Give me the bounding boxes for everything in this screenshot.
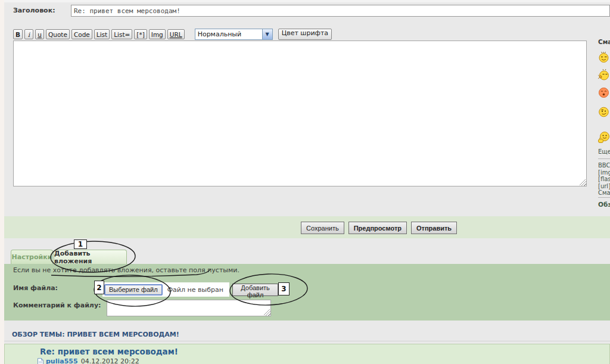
action-buttons: Сохранить Предпросмотр Отправить bbox=[301, 222, 457, 234]
tab-add-attachments[interactable]: Добавить вложения bbox=[54, 250, 127, 264]
bbcode-toolbar: B i u Quote Code List List= [*] Img URL … bbox=[13, 29, 332, 40]
post-title-link[interactable]: Re: привет всем мерсоводам! bbox=[40, 347, 178, 356]
preview-button[interactable]: Предпросмотр bbox=[348, 222, 407, 234]
subject-label: Заголовок: bbox=[13, 7, 55, 14]
topic-review-post: Re: привет всем мерсоводам! pulia555 04.… bbox=[4, 344, 610, 364]
sidebar-review-header: Обз bbox=[598, 201, 610, 208]
reply-editor-page: Заголовок: B i u Quote Code List List= [… bbox=[0, 0, 610, 364]
message-editor-textarea[interactable] bbox=[13, 41, 587, 186]
bbcode-help-line: [url] bbox=[598, 183, 610, 190]
top-edge-strip bbox=[0, 0, 610, 2]
kiss-smiley-icon[interactable] bbox=[598, 69, 609, 80]
annotation-step-3: 3 bbox=[278, 282, 290, 295]
sidebar-divider bbox=[598, 197, 610, 198]
smilies-more-link[interactable]: Еще bbox=[598, 148, 610, 155]
add-file-button[interactable]: Добавить файл bbox=[232, 284, 278, 296]
font-size-selected-value: Нормальный bbox=[195, 30, 262, 38]
file-comment-textarea[interactable] bbox=[107, 300, 271, 316]
attachments-hint: Если вы не хотите добавлять вложения, ос… bbox=[13, 266, 239, 274]
code-button[interactable]: Code bbox=[71, 29, 92, 39]
tab-settings[interactable]: Настройки bbox=[11, 250, 53, 264]
bbcode-help-line: Сма bbox=[598, 189, 610, 197]
choose-file-button[interactable]: Выберите файл bbox=[104, 284, 163, 295]
file-input[interactable]: Выберите файл Файл не выбран bbox=[102, 282, 229, 297]
bbcode-help-line: [img bbox=[598, 169, 610, 176]
chevron-down-icon: ▼ bbox=[262, 29, 272, 39]
list-item-button[interactable]: [*] bbox=[134, 29, 147, 39]
url-button[interactable]: URL bbox=[167, 29, 185, 39]
bbcode-help-line: [flas bbox=[598, 176, 610, 183]
list-eq-button[interactable]: List= bbox=[111, 29, 132, 39]
subject-input[interactable] bbox=[71, 5, 610, 17]
actions-band: Сохранить Предпросмотр Отправить bbox=[4, 216, 610, 238]
no-file-selected-text: Файл не выбран bbox=[167, 286, 223, 294]
file-name-label: Имя файла: bbox=[13, 284, 58, 292]
bbcode-help-block: BBC [img [flas [url] Сма bbox=[598, 162, 610, 197]
file-comment-label: Комментарий к файлу: bbox=[13, 301, 101, 309]
quote-button[interactable]: Quote bbox=[46, 29, 70, 39]
submit-button[interactable]: Отправить bbox=[411, 222, 457, 234]
author-link[interactable]: pulia555 bbox=[46, 357, 78, 364]
italic-button[interactable]: i bbox=[24, 29, 33, 39]
underline-button[interactable]: u bbox=[35, 29, 44, 39]
left-edge-strip bbox=[0, 0, 4, 364]
blush-smiley-icon[interactable] bbox=[598, 87, 609, 98]
divider bbox=[4, 341, 610, 341]
wink-smiley-icon[interactable] bbox=[598, 51, 609, 63]
sarcastic-smiley-icon[interactable] bbox=[598, 106, 609, 117]
save-button[interactable]: Сохранить bbox=[301, 222, 344, 234]
post-icon bbox=[38, 358, 43, 364]
bbcode-help-line: BBC bbox=[598, 162, 610, 169]
annotation-step-2: 2 bbox=[94, 281, 104, 294]
post-date: 04.12.2012 20:22 bbox=[81, 357, 139, 364]
annotation-step-1: 1 bbox=[74, 239, 87, 249]
font-color-button[interactable]: Цвет шрифта bbox=[278, 29, 332, 40]
smilies-header: Сма bbox=[598, 38, 610, 45]
topic-review-header: ОБЗОР ТЕМЫ: ПРИВЕТ ВСЕМ МЕРСОВОДАМ! bbox=[12, 331, 179, 338]
thumbs-up-smiley-icon[interactable] bbox=[598, 131, 610, 144]
sidebar-divider bbox=[598, 158, 610, 159]
post-meta-row: pulia555 04.12.2012 20:22 bbox=[38, 357, 139, 364]
bold-button[interactable]: B bbox=[13, 29, 23, 39]
list-button[interactable]: List bbox=[94, 29, 110, 39]
font-size-select[interactable]: Нормальный ▼ bbox=[195, 29, 273, 40]
img-button[interactable]: Img bbox=[149, 29, 166, 39]
